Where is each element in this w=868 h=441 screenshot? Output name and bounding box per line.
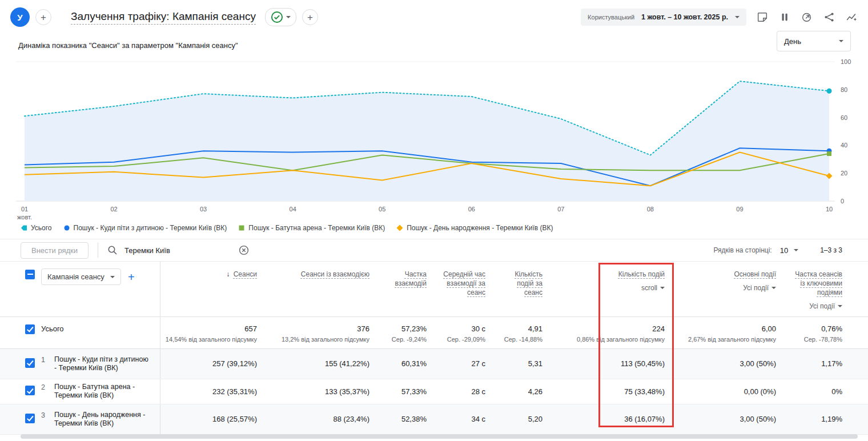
campaign-name: Пошук - Батутна арена - Теремки Київ (ВК… — [54, 383, 151, 400]
totals-row: Усього 65714,54% від загального підсумку… — [0, 316, 868, 348]
row-checkbox[interactable] — [25, 414, 35, 423]
horizontal-scrollbar[interactable] — [21, 434, 858, 439]
cell-avg-time: 28 с — [436, 379, 495, 404]
campaigns-table: Кампанія сеансу + ↓ Сеанси Сеанси із вза… — [0, 262, 868, 435]
chart-legend: УсьогоПошук - Куди піти з дитиною - Тере… — [21, 224, 868, 232]
cell-key-events: 3,00 (50%) — [674, 348, 785, 379]
totals-label: Усього — [41, 324, 64, 333]
cell-sessions: 232 (35,31%) — [160, 379, 266, 404]
cell-engaged-sessions: 88 (23,4%) — [266, 404, 379, 434]
add-button[interactable]: + — [35, 9, 51, 25]
top-bar: У + Залучення трафіку: Кампанія сеансу +… — [0, 0, 868, 34]
legend-item: Пошук - День народження - Теремки Київ (… — [396, 224, 553, 232]
cell-events-per-session: 5,31 — [495, 348, 552, 379]
column-header-session-key-event-rate[interactable]: Частка сеансів із ключовими подіями Усі … — [785, 262, 868, 316]
cell-avg-time: 34 с — [436, 404, 495, 434]
svg-text:60: 60 — [841, 114, 847, 121]
svg-text:08: 08 — [647, 206, 654, 213]
sort-descending-icon: ↓ — [226, 270, 230, 279]
legend-item: Пошук - Куди піти з дитиною - Теремки Ки… — [63, 224, 227, 232]
edit-rows-button[interactable]: Внести рядки — [21, 242, 89, 259]
column-header-avg-engagement-time[interactable]: Середній час взаємодії за сеанс — [436, 262, 495, 316]
legend-marker-square-icon — [238, 224, 245, 231]
cell-engagement-rate: 52,38% — [379, 404, 436, 434]
key-events-filter-dropdown[interactable]: Усі події — [677, 283, 776, 292]
dimension-selector[interactable]: Кампанія сеансу — [41, 268, 121, 285]
column-header-dimension: Кампанія сеансу + — [41, 262, 160, 316]
date-range-value: 1 жовт. – 10 жовт. 2025 р. — [641, 13, 728, 21]
chevron-down-icon — [838, 305, 842, 307]
legend-item: Пошук - Батутна арена - Теремки Київ (ВК… — [238, 224, 385, 232]
cell-engaged-sessions-total: 37613,2% від загального підсумку — [266, 316, 379, 348]
cell-events-per-session: 5,20 — [495, 404, 552, 434]
cell-avg-time: 27 с — [436, 348, 495, 379]
sparkline-insights-icon[interactable] — [845, 11, 858, 23]
cell-engagement-rate: 57,33% — [379, 379, 436, 404]
report-status-badge[interactable] — [265, 8, 296, 26]
table-row[interactable]: 1 Пошук - Куди піти з дитиною - Теремки … — [0, 348, 868, 379]
column-header-events-per-session[interactable]: Кількість подій за сеанс — [495, 262, 552, 316]
legend-marker-tag-icon — [21, 224, 27, 231]
campaign-name: Пошук - День народження - Теремки Київ (… — [54, 411, 151, 428]
row-checkbox[interactable] — [25, 386, 35, 395]
select-all-checkbox[interactable] — [25, 270, 35, 279]
cell-key-event-rate: 1,17% — [785, 348, 868, 379]
svg-text:100: 100 — [841, 58, 851, 65]
note-icon[interactable] — [756, 11, 769, 23]
cell-avg-time-total: 30 сСер. -29,09% — [436, 316, 495, 348]
table-row[interactable]: 2 Пошук - Батутна арена - Теремки Київ (… — [0, 379, 868, 404]
chevron-down-icon — [286, 16, 291, 18]
cell-sessions: 168 (25,57%) — [160, 404, 266, 434]
add-dimension-button[interactable]: + — [128, 271, 135, 283]
svg-text:20: 20 — [841, 170, 847, 177]
insights-circle-icon[interactable] — [801, 11, 813, 23]
chevron-down-icon — [839, 40, 843, 42]
cell-engaged-sessions: 133 (35,37%) — [266, 379, 379, 404]
vertical-divider — [98, 243, 98, 258]
search-input[interactable] — [123, 246, 228, 255]
svg-text:02: 02 — [110, 206, 117, 213]
cell-event-count: 113 (50,45%) — [552, 348, 674, 379]
legend-marker-circle-icon — [63, 224, 70, 231]
cell-key-events-total: 6,002,67% від загального підсумку — [674, 316, 785, 348]
svg-text:01: 01 — [21, 206, 28, 213]
table-row[interactable]: 3 Пошук - День народження - Теремки Київ… — [0, 404, 868, 434]
column-header-event-count[interactable]: Кількість подій scroll — [552, 262, 674, 316]
clear-search-icon[interactable] — [239, 245, 249, 255]
event-count-filter-dropdown[interactable]: scroll — [555, 283, 665, 292]
svg-text:06: 06 — [468, 206, 475, 213]
svg-text:10: 10 — [826, 206, 833, 213]
pagination-info: 1–3 з 3 — [820, 246, 842, 254]
comparison-icon[interactable] — [778, 11, 791, 23]
session-key-event-rate-filter-dropdown[interactable]: Усі події — [789, 302, 842, 311]
chart-title: Динаміка показника "Сеанси" за параметро… — [18, 41, 868, 53]
svg-text:05: 05 — [379, 206, 385, 213]
legend-label: Пошук - Батутна арена - Теремки Київ (ВК… — [248, 224, 385, 232]
column-header-key-events[interactable]: Основні події Усі події — [674, 262, 785, 316]
column-header-sessions[interactable]: ↓ Сеанси — [160, 262, 266, 316]
row-checkbox[interactable] — [25, 324, 35, 334]
rows-per-page-select[interactable]: 10 — [780, 246, 798, 255]
svg-text:жовт.: жовт. — [17, 214, 32, 220]
cell-engagement-rate-total: 57,23%Сер. -9,24% — [379, 316, 436, 348]
cell-event-count: 75 (33,48%) — [552, 379, 674, 404]
granularity-dropdown[interactable]: День — [777, 31, 851, 51]
cell-engaged-sessions: 155 (41,22%) — [266, 348, 379, 379]
check-circle-icon — [271, 11, 283, 23]
column-header-engagement-rate[interactable]: Частка взаємодій — [379, 262, 436, 316]
row-index: 1 — [41, 355, 45, 364]
account-avatar[interactable]: У — [10, 7, 30, 27]
row-checkbox[interactable] — [25, 358, 35, 368]
chevron-down-icon — [660, 287, 665, 289]
date-range-picker[interactable]: Користувацький 1 жовт. – 10 жовт. 2025 р… — [581, 9, 746, 26]
svg-text:04: 04 — [290, 206, 296, 213]
cell-key-events: 3,00 (50%) — [674, 404, 785, 434]
share-icon[interactable] — [823, 11, 835, 23]
search-icon — [107, 245, 118, 255]
add-report-button[interactable]: + — [302, 9, 318, 25]
legend-label: Пошук - День народження - Теремки Київ (… — [407, 224, 553, 232]
chevron-down-icon — [110, 276, 115, 278]
report-title[interactable]: Залучення трафіку: Кампанія сеансу — [71, 10, 256, 25]
legend-label: Усього — [31, 224, 52, 232]
column-header-engaged-sessions[interactable]: Сеанси із взаємодією — [266, 262, 379, 316]
